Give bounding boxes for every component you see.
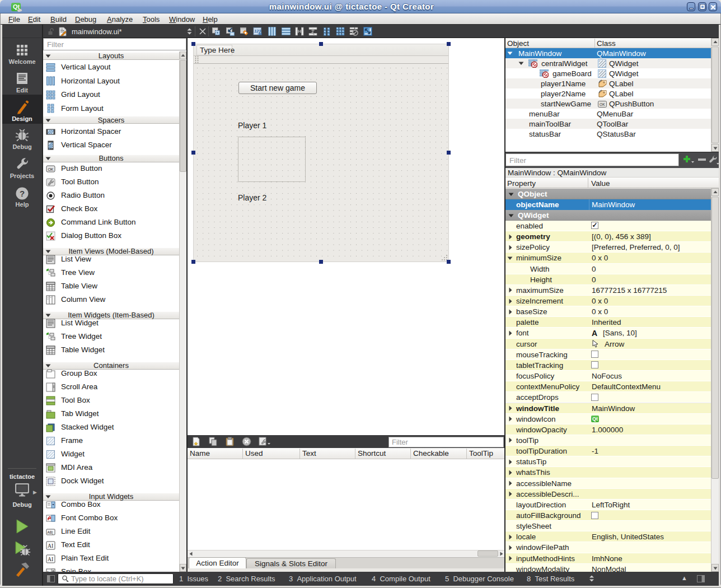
svg-text:OK: OK — [48, 167, 53, 171]
svg-text:OK: OK — [600, 102, 605, 106]
svg-text:AI: AI — [48, 542, 53, 548]
svg-text:123: 123 — [254, 29, 261, 34]
svg-text:AB|: AB| — [48, 530, 54, 534]
svg-text:AI: AI — [48, 556, 53, 562]
svg-text:?: ? — [20, 189, 25, 198]
